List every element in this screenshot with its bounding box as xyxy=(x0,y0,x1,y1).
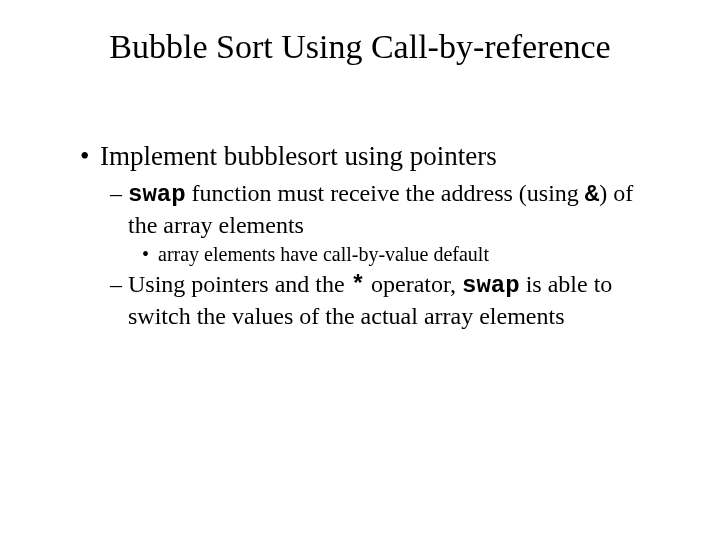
code-amp: & xyxy=(585,181,599,208)
code-swap: swap xyxy=(128,181,186,208)
slide-body: Implement bubblesort using pointers swap… xyxy=(70,140,660,333)
bullet-text: Implement bubblesort using pointers xyxy=(100,141,497,171)
bullet-text: Using pointers and the xyxy=(128,271,351,297)
bullet-level3: array elements have call-by-value defaul… xyxy=(134,242,660,267)
slide: Bubble Sort Using Call-by-reference Impl… xyxy=(0,0,720,540)
bullet-level1: Implement bubblesort using pointers xyxy=(70,140,660,174)
bullet-text: operator, xyxy=(365,271,462,297)
bullet-text: array elements have call-by-value defaul… xyxy=(158,243,489,265)
bullet-text: function must receive the address (using xyxy=(186,180,585,206)
bullet-level2: swap function must receive the address (… xyxy=(100,178,660,240)
code-swap: swap xyxy=(462,272,520,299)
bullet-level2: Using pointers and the * operator, swap … xyxy=(100,269,660,331)
slide-title: Bubble Sort Using Call-by-reference xyxy=(0,28,720,66)
code-star: * xyxy=(351,272,365,299)
